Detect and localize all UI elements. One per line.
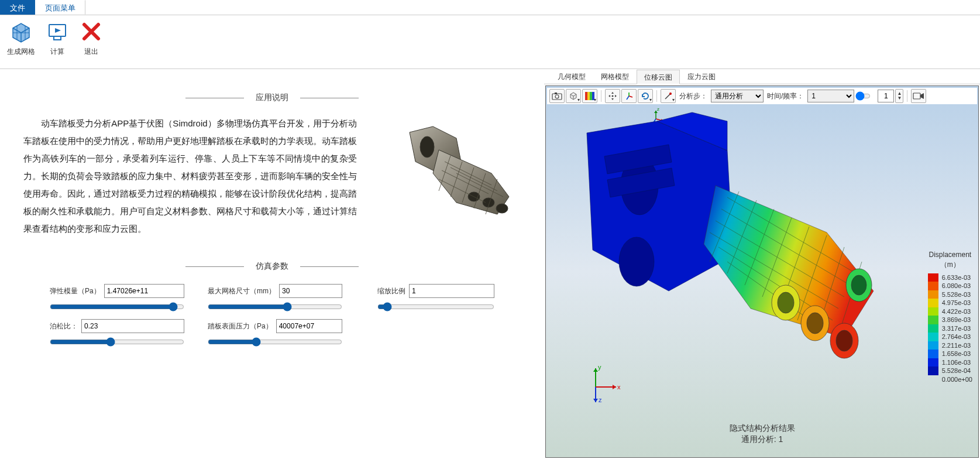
legend-value: 1.106e-03 — [942, 358, 972, 367]
contour-style-button[interactable] — [582, 89, 597, 103]
legend-value: 2.764e-03 — [942, 333, 972, 341]
compute-button[interactable]: 计算 — [46, 20, 69, 57]
svg-rect-1 — [54, 36, 61, 40]
legend-value: 3.869e-03 — [942, 316, 972, 324]
pan-button[interactable] — [605, 89, 620, 103]
compute-icon — [46, 20, 69, 43]
frame-stepper[interactable]: ▲▼ — [895, 89, 903, 103]
legend-value: 4.422e-03 — [942, 307, 972, 316]
scale-slider[interactable] — [377, 302, 494, 311]
youngs-modulus-label: 弹性模量（Pa） — [50, 286, 101, 296]
compute-label: 计算 — [50, 47, 64, 57]
analysis-step-label: 分析步： — [679, 91, 707, 101]
svg-rect-9 — [585, 92, 587, 100]
svg-rect-11 — [590, 92, 592, 100]
svg-point-2 — [420, 136, 434, 157]
poisson-ratio-slider[interactable] — [50, 337, 184, 347]
tab-page-menu[interactable]: 页面菜单 — [35, 0, 85, 15]
axis-triad: y x z — [581, 364, 622, 405]
mesh-size-slider[interactable] — [208, 302, 342, 311]
svg-rect-15 — [913, 93, 920, 99]
legend-value: 0.000e+00 — [942, 375, 972, 384]
legend-value: 1.658e-03 — [942, 350, 972, 358]
fea-result-model — [552, 109, 879, 402]
exit-button[interactable]: 退出 — [80, 20, 103, 57]
legend-value: 5.528e-04 — [942, 366, 972, 375]
orientation-triad-button[interactable] — [621, 89, 637, 103]
svg-text:x: x — [617, 383, 621, 391]
svg-text:y: y — [598, 364, 601, 371]
tab-displacement[interactable]: 位移云图 — [637, 70, 680, 84]
tab-mesh-model[interactable]: 网格模型 — [593, 69, 637, 84]
svg-point-18 — [619, 237, 654, 286]
scale-input[interactable] — [409, 284, 494, 298]
tab-file[interactable]: 文件 — [0, 0, 35, 15]
mesh-icon — [9, 20, 33, 43]
viewport-3d[interactable]: 分析步： 通用分析 时间/频率： 1 ▲▼ z — [545, 85, 979, 458]
svg-point-13 — [612, 95, 614, 97]
section-description-header: 应用说明 — [23, 93, 521, 103]
time-freq-select[interactable]: 1 — [807, 90, 854, 102]
color-legend: Displacement（m） 6.633e-036.080e-035.528e… — [928, 250, 972, 383]
close-icon — [80, 20, 103, 43]
legend-value: 4.975e-03 — [942, 299, 972, 307]
pressure-label: 踏板表面压力（Pa） — [208, 321, 273, 331]
refresh-button[interactable] — [638, 89, 653, 103]
record-button[interactable] — [911, 89, 926, 103]
youngs-modulus-slider[interactable] — [50, 302, 184, 311]
svg-rect-10 — [587, 92, 590, 100]
svg-rect-8 — [555, 93, 557, 94]
tab-geometry[interactable]: 几何模型 — [550, 69, 593, 84]
poisson-ratio-label: 泊松比： — [50, 321, 78, 331]
screenshot-button[interactable] — [549, 89, 565, 103]
play-slider[interactable] — [855, 91, 876, 101]
svg-text:z: z — [599, 396, 602, 403]
analysis-step-select[interactable]: 通用分析 — [711, 90, 764, 102]
youngs-modulus-input[interactable] — [104, 284, 184, 298]
legend-value: 5.528e-03 — [942, 290, 972, 299]
svg-rect-12 — [592, 92, 594, 100]
mesh-size-label: 最大网格尺寸（mm） — [208, 286, 276, 296]
pressure-slider[interactable] — [208, 337, 342, 347]
view-cube-button[interactable] — [566, 89, 581, 103]
pressure-input[interactable] — [276, 319, 342, 333]
legend-value: 3.317e-03 — [942, 324, 972, 333]
probe-button[interactable] — [661, 89, 676, 103]
description-text: 动车踏板受力分析APP基于伏图（Simdroid）多物理场仿真平台开发，用于分析… — [23, 115, 357, 238]
scale-label: 缩放比例 — [377, 286, 405, 296]
tab-stress[interactable]: 应力云图 — [680, 69, 723, 84]
svg-point-20 — [778, 292, 794, 313]
poisson-ratio-input[interactable] — [81, 319, 184, 333]
svg-point-14 — [669, 93, 672, 95]
analysis-result-label: 隐式结构分析结果通用分析: 1 — [730, 423, 795, 446]
exit-label: 退出 — [84, 47, 98, 57]
svg-point-5 — [496, 204, 508, 213]
legend-value: 2.211e-03 — [942, 341, 972, 350]
svg-point-22 — [807, 313, 823, 334]
svg-point-7 — [555, 95, 559, 98]
svg-point-26 — [851, 275, 866, 295]
mesh-size-input[interactable] — [279, 284, 342, 298]
frame-input[interactable] — [878, 90, 894, 102]
time-freq-label: 时间/频率： — [767, 91, 804, 101]
svg-point-24 — [836, 330, 852, 351]
generate-mesh-label: 生成网格 — [7, 47, 35, 57]
legend-value: 6.080e-03 — [942, 282, 972, 290]
part-render-image — [369, 115, 521, 238]
section-params-header: 仿真参数 — [23, 261, 521, 272]
generate-mesh-button[interactable]: 生成网格 — [7, 20, 35, 57]
legend-value: 6.633e-03 — [942, 273, 972, 282]
